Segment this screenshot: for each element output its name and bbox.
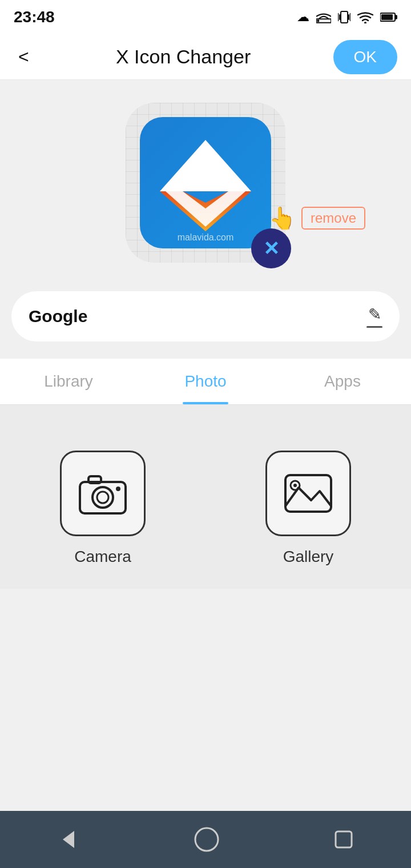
svg-rect-10 <box>395 15 397 19</box>
app-icon: malavida.com <box>140 117 271 248</box>
tabs-section: Library Photo Apps <box>0 359 411 405</box>
page-title: X Icon Changer <box>116 46 251 68</box>
remove-badge[interactable]: ✕ <box>251 228 291 268</box>
svg-point-16 <box>92 487 113 508</box>
camera-option[interactable]: Camera <box>60 451 146 566</box>
mark-app-icon-svg <box>154 134 257 231</box>
svg-marker-14 <box>166 191 245 227</box>
battery-icon <box>380 12 397 22</box>
nav-bar: < X Icon Changer OK <box>0 34 411 80</box>
edit-underline <box>366 326 382 328</box>
svg-rect-2 <box>341 11 348 23</box>
remove-label: remove <box>301 207 365 230</box>
status-icons: ☁ <box>297 9 397 25</box>
back-button[interactable]: < <box>14 42 34 72</box>
svg-point-19 <box>116 487 120 491</box>
svg-point-17 <box>97 492 108 503</box>
camera-svg <box>77 471 128 516</box>
gallery-option[interactable]: Gallery <box>265 451 351 566</box>
camera-icon-box <box>60 451 146 536</box>
svg-rect-9 <box>381 14 393 20</box>
svg-marker-11 <box>160 140 251 191</box>
tab-library[interactable]: Library <box>0 359 137 404</box>
camera-label: Camera <box>74 548 131 566</box>
tab-apps[interactable]: Apps <box>274 359 411 404</box>
nav-home-button[interactable] <box>194 827 219 852</box>
svg-rect-25 <box>336 831 352 847</box>
vibrate-icon <box>338 9 350 25</box>
app-name-text: Google <box>29 307 87 326</box>
nav-home-icon <box>194 827 219 852</box>
app-name-section: Google ✎ <box>11 291 400 341</box>
nav-recent-icon <box>333 829 354 850</box>
cast-icon <box>316 11 331 23</box>
gallery-svg <box>283 471 334 516</box>
nav-recent-button[interactable] <box>333 829 354 850</box>
pencil-icon: ✎ <box>368 305 381 324</box>
photo-content-section: Camera Gallery <box>0 405 411 589</box>
icon-preview-wrapper: malavida.com ✕ <box>126 103 285 263</box>
svg-point-7 <box>364 22 366 23</box>
svg-marker-23 <box>63 831 74 848</box>
status-time: 23:48 <box>14 8 55 26</box>
remove-tooltip: 👆 remove <box>269 206 365 231</box>
bottom-nav <box>0 811 411 868</box>
svg-rect-18 <box>88 476 101 483</box>
status-bar: 23:48 ☁ <box>0 0 411 34</box>
svg-point-22 <box>293 484 297 487</box>
svg-point-24 <box>195 828 218 851</box>
watermark: malavida.com <box>140 232 271 243</box>
gallery-label: Gallery <box>283 548 334 566</box>
cloud-icon: ☁ <box>297 10 309 25</box>
svg-rect-20 <box>285 475 331 512</box>
tab-photo[interactable]: Photo <box>137 359 274 404</box>
hand-pointer-icon: 👆 <box>269 206 296 231</box>
nav-back-button[interactable] <box>57 828 80 851</box>
gallery-icon-box <box>265 451 351 536</box>
svg-point-1 <box>317 19 319 22</box>
edit-name-button[interactable]: ✎ <box>366 305 382 328</box>
nav-back-icon <box>57 828 80 851</box>
x-icon: ✕ <box>263 237 279 260</box>
ok-button[interactable]: OK <box>333 40 397 74</box>
wifi-icon <box>357 11 373 23</box>
icon-preview-section: malavida.com ✕ 👆 remove <box>0 80 411 280</box>
